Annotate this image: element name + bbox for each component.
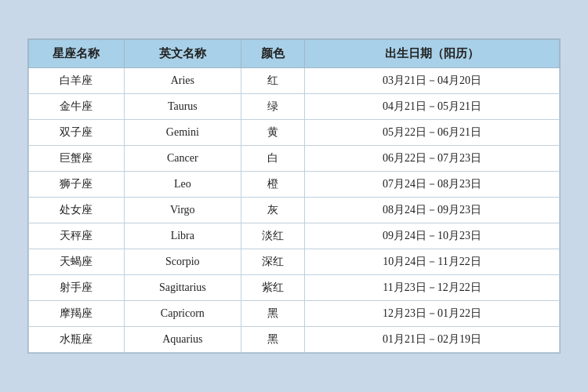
cell-zh-name: 巨蟹座 — [29, 146, 125, 172]
header-color: 颜色 — [241, 40, 304, 68]
cell-en-name: Leo — [124, 172, 241, 198]
cell-date: 09月24日－10月23日 — [305, 223, 560, 249]
cell-zh-name: 射手座 — [29, 275, 125, 301]
table-row: 摩羯座Capricorn黑12月23日－01月22日 — [29, 301, 560, 327]
cell-color: 深红 — [241, 249, 304, 275]
table-row: 白羊座Aries红03月21日－04月20日 — [29, 68, 560, 94]
cell-en-name: Capricorn — [124, 301, 241, 327]
header-zh-name: 星座名称 — [29, 40, 125, 68]
table-row: 狮子座Leo橙07月24日－08月23日 — [29, 172, 560, 198]
cell-zh-name: 双子座 — [29, 120, 125, 146]
cell-en-name: Aries — [124, 68, 241, 94]
cell-color: 淡红 — [241, 223, 304, 249]
table-row: 射手座Sagittarius紫红11月23日－12月22日 — [29, 275, 560, 301]
cell-en-name: Libra — [124, 223, 241, 249]
table-header-row: 星座名称 英文名称 颜色 出生日期（阳历） — [29, 40, 560, 68]
cell-color: 橙 — [241, 172, 304, 198]
cell-date: 06月22日－07月23日 — [305, 146, 560, 172]
cell-color: 黑 — [241, 301, 304, 327]
cell-color: 紫红 — [241, 275, 304, 301]
zodiac-table: 星座名称 英文名称 颜色 出生日期（阳历） 白羊座Aries红03月21日－04… — [28, 39, 560, 353]
cell-zh-name: 处女座 — [29, 198, 125, 223]
header-date: 出生日期（阳历） — [305, 40, 560, 68]
cell-zh-name: 水瓶座 — [29, 327, 125, 353]
cell-zh-name: 天蝎座 — [29, 249, 125, 275]
cell-en-name: Sagittarius — [124, 275, 241, 301]
cell-en-name: Virgo — [124, 198, 241, 223]
cell-date: 12月23日－01月22日 — [305, 301, 560, 327]
cell-zh-name: 天秤座 — [29, 223, 125, 249]
cell-en-name: Taurus — [124, 94, 241, 120]
header-en-name: 英文名称 — [124, 40, 241, 68]
cell-date: 11月23日－12月22日 — [305, 275, 560, 301]
cell-color: 绿 — [241, 94, 304, 120]
cell-color: 白 — [241, 146, 304, 172]
zodiac-table-container: 星座名称 英文名称 颜色 出生日期（阳历） 白羊座Aries红03月21日－04… — [27, 38, 561, 354]
cell-date: 07月24日－08月23日 — [305, 172, 560, 198]
cell-en-name: Scorpio — [124, 249, 241, 275]
table-row: 巨蟹座Cancer白06月22日－07月23日 — [29, 146, 560, 172]
cell-color: 黑 — [241, 327, 304, 353]
cell-color: 红 — [241, 68, 304, 94]
cell-zh-name: 摩羯座 — [29, 301, 125, 327]
table-row: 天蝎座Scorpio深红10月24日－11月22日 — [29, 249, 560, 275]
cell-date: 05月22日－06月21日 — [305, 120, 560, 146]
cell-date: 10月24日－11月22日 — [305, 249, 560, 275]
cell-date: 03月21日－04月20日 — [305, 68, 560, 94]
cell-zh-name: 白羊座 — [29, 68, 125, 94]
table-row: 双子座Gemini黄05月22日－06月21日 — [29, 120, 560, 146]
cell-date: 08月24日－09月23日 — [305, 198, 560, 223]
table-row: 天秤座Libra淡红09月24日－10月23日 — [29, 223, 560, 249]
table-row: 处女座Virgo灰08月24日－09月23日 — [29, 198, 560, 223]
cell-zh-name: 狮子座 — [29, 172, 125, 198]
cell-date: 01月21日－02月19日 — [305, 327, 560, 353]
cell-color: 灰 — [241, 198, 304, 223]
cell-date: 04月21日－05月21日 — [305, 94, 560, 120]
cell-en-name: Gemini — [124, 120, 241, 146]
table-row: 水瓶座Aquarius黑01月21日－02月19日 — [29, 327, 560, 353]
cell-color: 黄 — [241, 120, 304, 146]
table-body: 白羊座Aries红03月21日－04月20日金牛座Taurus绿04月21日－0… — [29, 68, 560, 353]
table-row: 金牛座Taurus绿04月21日－05月21日 — [29, 94, 560, 120]
cell-en-name: Cancer — [124, 146, 241, 172]
cell-en-name: Aquarius — [124, 327, 241, 353]
cell-zh-name: 金牛座 — [29, 94, 125, 120]
